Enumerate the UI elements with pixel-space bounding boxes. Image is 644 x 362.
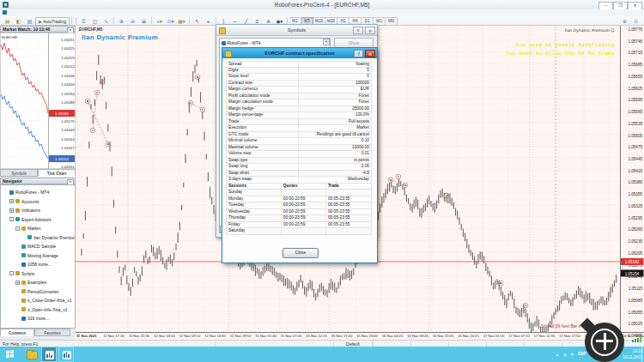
nav-item-316-more-[interactable]: 316 more... — [1, 314, 75, 323]
tab-favorites[interactable]: Favorites — [34, 329, 70, 336]
close-button[interactable]: ✕ — [628, 2, 642, 10]
file-explorer-button[interactable] — [24, 347, 39, 362]
navigator-tree: RoboForex - MT4+Accounts+Indicators-Expe… — [0, 184, 76, 329]
nav-item-market[interactable]: -Market — [1, 224, 75, 232]
maximize-button[interactable]: ❐ — [613, 2, 628, 10]
expander-icon[interactable]: - — [9, 217, 14, 221]
spec-dialog-titlebar[interactable]: EURCHF contract specification ? ✕ — [222, 48, 377, 58]
svg-text:1.05745: 1.05745 — [628, 39, 642, 44]
timeframe-mn-button[interactable]: MN — [386, 17, 398, 26]
chart-profiles-button[interactable]: ◧ — [13, 17, 24, 27]
autotrading-button[interactable]: ▶ AutoTrading — [35, 17, 70, 26]
scroll-up-arrow[interactable]: ▲ — [323, 39, 330, 45]
magnify-doc-button[interactable]: ⊙ — [630, 17, 641, 27]
nav-item-s-close-order-xtra-v1[interactable]: s_Close-Order-Xtra_v1 — [1, 296, 75, 305]
svg-text:17 Nov 01:50: 17 Nov 01:50 — [483, 334, 505, 338]
nav-item-1058-more-[interactable]: 1058 more... — [1, 260, 75, 268]
svg-text:1.05154: 1.05154 — [625, 272, 640, 276]
session-row-thursday: Thursday00:00-23:5900:05-23:55 — [226, 215, 372, 222]
svg-text:1.05055: 1.05055 — [628, 311, 642, 315]
mt4-taskbar-button-2[interactable] — [58, 347, 74, 362]
svg-text:1.05685: 1.05685 — [628, 63, 642, 67]
zoom-in-button[interactable]: ⊕ — [116, 17, 127, 27]
svg-text:1.05188: 1.05188 — [61, 100, 75, 105]
nav-item-periodconverter[interactable]: PeriodConverter — [1, 287, 75, 296]
candlestick-chart-button[interactable]: ◫ — [89, 17, 100, 27]
indicators-button[interactable]: +▾ — [154, 17, 165, 27]
tab-tick-chart[interactable]: Tick Chart — [38, 169, 76, 177]
svg-text:1.05182: 1.05182 — [625, 260, 640, 264]
nav-item-ilan-dynamic-premium[interactable]: Ilan Dynamic Premium — [1, 233, 75, 242]
templates-button[interactable]: ▦▾ — [176, 17, 187, 27]
tray-language[interactable]: ESP — [578, 352, 586, 356]
spec-row-volume-step: Volume step0.01 — [226, 151, 372, 158]
nav-item-scripts[interactable]: -Scripts — [1, 269, 75, 278]
expander-icon[interactable]: - — [15, 226, 20, 231]
tab-symbols[interactable]: Symbols — [0, 169, 38, 177]
tile-windows-button[interactable]: ⊞ — [138, 17, 149, 27]
line-chart-button[interactable]: ∿ — [100, 17, 112, 27]
expander-icon[interactable]: + — [9, 208, 14, 213]
cursor-button[interactable]: ↖ — [191, 17, 203, 27]
magnify-plus-button[interactable]: ⊕ — [619, 17, 630, 27]
tray-hidden-icons[interactable]: ▴ — [556, 353, 558, 357]
svg-text:1.05206: 1.05206 — [61, 74, 75, 78]
nav-item-indicators[interactable]: +Indicators — [1, 206, 75, 214]
spec-row-3-days-swap: 3-days swapWednesday — [226, 177, 372, 184]
periods-button[interactable]: ⊙▾ — [165, 17, 176, 27]
tree-item-icon — [27, 235, 32, 239]
start-button[interactable] — [0, 347, 21, 362]
tree-item-icon — [15, 199, 20, 203]
bar-chart-button[interactable]: ☰ — [78, 17, 89, 27]
spec-help-button[interactable]: ? — [354, 50, 363, 57]
tray-status-icon[interactable]: ◍ — [563, 353, 567, 357]
nav-item-examples[interactable]: +Examples — [1, 278, 75, 287]
nav-item-expert-advisors[interactable]: -Expert Advisors — [1, 215, 75, 224]
folder-icon — [27, 351, 38, 359]
zoom-out-button[interactable]: ⊖ — [127, 17, 138, 27]
new-order-button[interactable]: ▤ — [2, 17, 13, 27]
symbols-dialog-titlebar[interactable]: Symbols ? ✕ — [216, 25, 377, 36]
nav-item-s-open-info-xtra-v1[interactable]: s_Open-Info-Xtra_v1 — [1, 305, 75, 314]
mt4-taskbar-button-active[interactable] — [41, 347, 57, 362]
expander-icon[interactable]: - — [9, 271, 14, 275]
nav-item-moving-average[interactable]: Moving Average — [1, 251, 75, 260]
tray-clock-time[interactable]: 10:10 — [622, 349, 642, 353]
show-desktop-button[interactable] — [641, 347, 644, 362]
svg-text:1.05169: 1.05169 — [61, 128, 75, 132]
minimize-button[interactable]: ─ — [598, 2, 613, 10]
spec-row-margin-calculation-mode: Margin calculation modeForex — [226, 100, 372, 106]
svg-text:1.05535: 1.05535 — [628, 122, 642, 126]
spec-row-trade: TradeFull access — [226, 119, 372, 126]
session-row-wednesday: Wednesday00:00-23:5900:05-23:55 — [226, 209, 372, 216]
svg-text:1.05385: 1.05385 — [628, 180, 642, 184]
session-row-sunday: Sunday — [226, 190, 372, 196]
session-row-saturday: Saturday — [226, 228, 372, 235]
svg-text:17 Nov 07:10: 17 Nov 07:10 — [508, 334, 530, 338]
svg-text:1.05154: 1.05154 — [55, 157, 69, 161]
crosshair-button[interactable]: + — [203, 17, 214, 27]
svg-text:15 Nov 07:00: 15 Nov 07:00 — [281, 334, 302, 338]
tray-flag-icon[interactable]: ⚑ — [570, 353, 574, 357]
ea-name-label: Ilan Dynamic Premium — [82, 34, 158, 41]
tab-common[interactable]: Common — [0, 329, 34, 336]
tick-chart-canvas[interactable]: 1.052311.052251.052191.052121.052061.052… — [0, 33, 76, 169]
close-button[interactable]: Close — [283, 248, 319, 258]
toolbar-separator — [113, 17, 114, 24]
expander-icon[interactable]: + — [9, 199, 14, 203]
nav-item-roboforex-mt4[interactable]: RoboForex - MT4 — [1, 188, 75, 196]
market-watch-toggle-button[interactable]: ▥ — [24, 17, 35, 27]
nav-item-macd-sample[interactable]: MACD Sample — [1, 242, 75, 250]
tree-item-icon — [9, 190, 14, 195]
symbols-close-icon[interactable]: ✕ — [365, 27, 375, 34]
spec-close-icon[interactable]: ✕ — [365, 50, 375, 57]
nav-item-accounts[interactable]: +Accounts — [1, 197, 75, 206]
svg-text:1.05231: 1.05231 — [61, 38, 75, 42]
spec-row-maximal-volume: Maximal volume10000.00 — [226, 145, 372, 152]
expander-icon[interactable]: + — [15, 281, 20, 285]
symbols-tree-root[interactable]: RoboForex - MT4 — [222, 40, 261, 46]
svg-text:15 Nov 23:00: 15 Nov 23:00 — [356, 334, 378, 338]
spec-row-swap-long: Swap long-2.06 — [226, 164, 372, 171]
symbols-help-button[interactable]: ? — [353, 27, 363, 34]
taskbar: ▴ ◍ ⚑ ESP 10:10 18.11.2021 — [0, 347, 644, 362]
